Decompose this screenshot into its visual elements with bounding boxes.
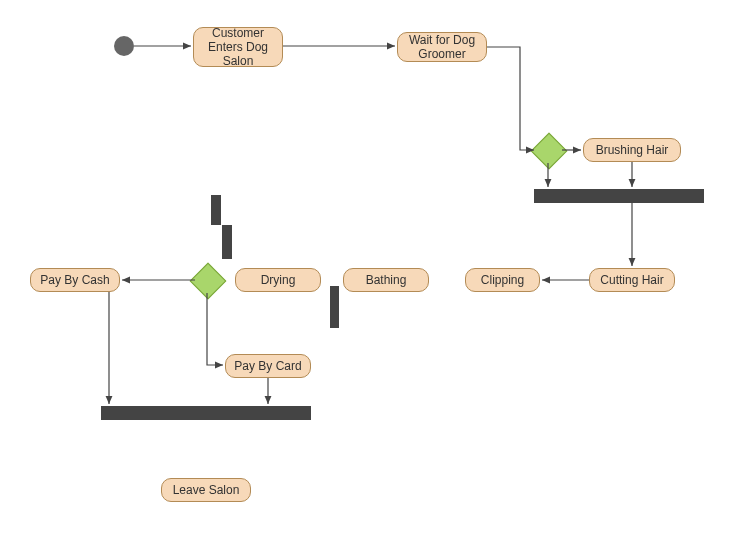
activity-enter-salon: Customer Enters Dog Salon [193,27,283,67]
fork-join-bar-2 [101,406,311,420]
activity-brushing: Brushing Hair [583,138,681,162]
activity-label: Pay By Cash [40,273,109,287]
activity-label: Wait for Dog Groomer [402,33,482,61]
activity-bathing: Bathing [343,268,429,292]
bar-segment-1 [211,195,221,225]
bar-segment-2 [222,225,232,259]
activity-leave-salon: Leave Salon [161,478,251,502]
activity-drying: Drying [235,268,321,292]
activity-label: Brushing Hair [596,143,669,157]
activity-clipping: Clipping [465,268,540,292]
activity-label: Clipping [481,273,524,287]
activity-cutting: Cutting Hair [589,268,675,292]
fork-join-bar-1 [534,189,704,203]
activity-label: Pay By Card [234,359,301,373]
decision-node-1 [531,133,568,170]
initial-node [114,36,134,56]
activity-pay-cash: Pay By Cash [30,268,120,292]
activity-label: Bathing [366,273,407,287]
activity-wait-groomer: Wait for Dog Groomer [397,32,487,62]
activity-label: Leave Salon [173,483,240,497]
bar-segment-3 [330,286,339,328]
activity-label: Cutting Hair [600,273,663,287]
activity-label: Drying [261,273,296,287]
decision-node-2 [190,263,227,300]
activity-pay-card: Pay By Card [225,354,311,378]
activity-label: Customer Enters Dog Salon [198,26,278,68]
